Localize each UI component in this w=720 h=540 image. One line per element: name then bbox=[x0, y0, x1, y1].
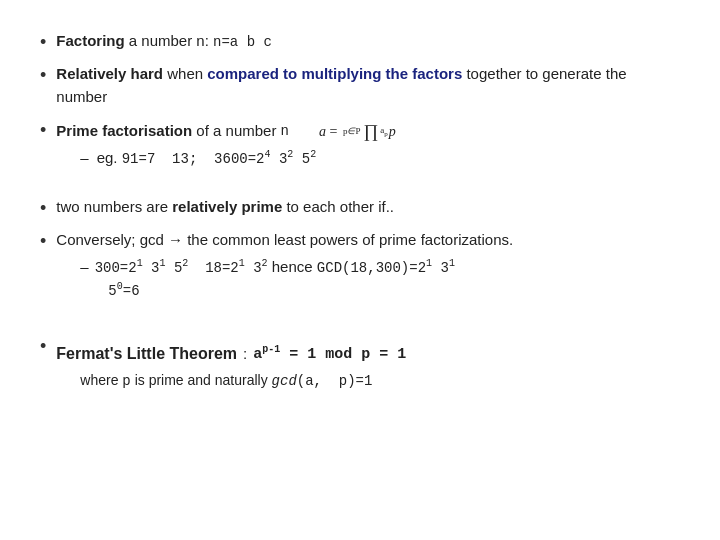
gcd-dash: – bbox=[80, 256, 88, 279]
theorem-line: Fermat's Little Theorem : ap-1 = 1 mod p… bbox=[56, 342, 680, 367]
gcd-line2: 50=6 bbox=[108, 279, 139, 302]
where-line: where p is prime and naturally gcd(a, p)… bbox=[80, 370, 680, 392]
example-text: eg. 91=7 13; 3600=24 32 52 bbox=[97, 147, 317, 170]
bullet-5-dot: • bbox=[40, 231, 46, 252]
gcd-line1: 300=21 31 52 18=21 32 hence GCD(18,300)=… bbox=[95, 256, 455, 279]
gcd-line2-mono: 50=6 bbox=[108, 283, 139, 299]
bullet-prime-factorisation: • Prime factorisation of a number n a = … bbox=[40, 118, 680, 176]
where-p: p bbox=[122, 373, 130, 389]
bullet-factoring: • Factoring a number n: n=a b c bbox=[40, 30, 680, 53]
bullet-6-text: Fermat's Little Theorem : ap-1 = 1 mod p… bbox=[56, 334, 680, 393]
bullet-6-dot: • bbox=[40, 336, 46, 357]
prime-fact-bold: Prime factorisation bbox=[56, 120, 192, 143]
conversely-text: Conversely; gcd → the common least power… bbox=[56, 231, 513, 248]
gcd-result: GCD(18,300)=21 31 bbox=[317, 260, 455, 276]
gcd-mono1: 300=21 31 52 18=21 32 bbox=[95, 260, 268, 276]
bullet-4-dot: • bbox=[40, 198, 46, 219]
prime-fact-of: of a number bbox=[192, 120, 280, 143]
prime-formula: a = p∈P ∏ ap p bbox=[319, 118, 396, 145]
fermat-colon: : bbox=[243, 343, 247, 366]
slide-content: • Factoring a number n: n=a b c • Relati… bbox=[40, 30, 680, 402]
fermat-equation: ap-1 = 1 mod p = 1 bbox=[253, 342, 406, 367]
factoring-bold: Factoring bbox=[56, 32, 124, 49]
bullet-1-text: Factoring a number n: n=a b c bbox=[56, 30, 680, 53]
hence-text: hence bbox=[272, 258, 317, 275]
bullet-relatively-hard: • Relatively hard when compared to multi… bbox=[40, 63, 680, 108]
fermat-label: Fermat's Little Theorem bbox=[56, 342, 237, 366]
bullet-3-dot: • bbox=[40, 120, 46, 141]
bullet-2-dot: • bbox=[40, 65, 46, 86]
rel-prime-bold: relatively prime bbox=[172, 198, 282, 215]
two-numbers-text: two numbers are bbox=[56, 198, 172, 215]
bullet-5-text: Conversely; gcd → the common least power… bbox=[56, 229, 680, 308]
where-gcd: gcd bbox=[272, 373, 297, 389]
prime-fact-n: n bbox=[281, 121, 289, 142]
prime-fact-example: – eg. 91=7 13; 3600=24 32 52 bbox=[80, 147, 680, 170]
bullet-rel-prime: • two numbers are relatively prime to ea… bbox=[40, 196, 680, 219]
factoring-mono: n=a b c bbox=[213, 34, 272, 50]
bullet-3-text: Prime factorisation of a number n a = p∈… bbox=[56, 118, 680, 176]
gcd-example: – 300=21 31 52 18=21 32 hence GCD(18,300… bbox=[80, 256, 680, 302]
where-gcd-expr: (a, p)=1 bbox=[297, 373, 373, 389]
eg-label: eg. bbox=[97, 149, 122, 166]
bullet-4-text: two numbers are relatively prime to each… bbox=[56, 196, 680, 219]
rel-hard-when: when bbox=[167, 65, 207, 82]
rel-hard-blue: compared to multiplying the factors bbox=[207, 65, 462, 82]
bullet-fermat: • Fermat's Little Theorem : ap-1 = 1 mod… bbox=[40, 334, 680, 393]
factoring-rest: a number n: bbox=[129, 32, 213, 49]
eg-mono: 91=7 13; 3600=24 32 52 bbox=[122, 151, 317, 167]
each-other-text: to each other if.. bbox=[286, 198, 394, 215]
rel-hard-bold: Relatively hard bbox=[56, 65, 163, 82]
bullet-2-text: Relatively hard when compared to multipl… bbox=[56, 63, 680, 108]
bullet-1-dot: • bbox=[40, 32, 46, 53]
example-dash: – bbox=[80, 147, 88, 170]
bullet-conversely: • Conversely; gcd → the common least pow… bbox=[40, 229, 680, 308]
